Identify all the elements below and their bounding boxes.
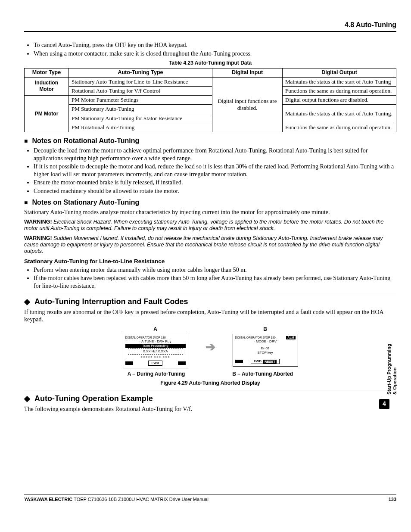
reset-badge: RESET — [263, 360, 277, 364]
cell-motor-type: PM Motor — [25, 96, 69, 132]
side-chapter-number: 4 — [379, 399, 389, 409]
panel-b-top-left: DIGITAL OPERATOR JVOP-180 — [235, 336, 276, 340]
warning-lead: WARNING! — [24, 235, 52, 241]
stationary-sub-bullets: Perform when entering motor data manuall… — [24, 266, 396, 290]
panel-a-top-left: DIGITAL OPERATOR JVOP-180 — [125, 336, 166, 340]
cell-digital-input: Digital input functions are disabled. — [212, 77, 283, 132]
arrow-icon: ➔ — [206, 339, 215, 355]
autotuning-table: Motor Type Auto-Tuning Type Digital Inpu… — [24, 68, 396, 132]
cell-tuning: PM Stationary Auto-Tuning for Stator Res… — [69, 114, 212, 123]
cell-tuning: Rotational Auto-Tuning for V/f Control — [69, 86, 212, 95]
cell-output: Maintains the status at the start of Aut… — [283, 77, 396, 86]
warning-body: Sudden Movement Hazard. If installed, do… — [24, 235, 383, 254]
alm-badge: ALM — [286, 336, 295, 340]
cell-tuning: Stationary Auto-Tuning for Line-to-Line … — [69, 77, 212, 86]
cell-tuning: PM Stationary Auto-Tuning — [69, 105, 212, 114]
warning-block: WARNING! Sudden Movement Hazard. If inst… — [24, 235, 396, 255]
display-panel-a: DIGITAL OPERATOR JVOP-180 ALM - A.TUNE -… — [123, 334, 188, 369]
cell-output: Functions the same as during normal oper… — [283, 123, 396, 132]
warning-body: Electrical Shock Hazard. When executing … — [24, 219, 383, 231]
caption-a: A – During Auto-Tuning — [128, 371, 185, 377]
panel-b-line1: - MODE - DRV — [235, 339, 296, 344]
page-footer: YASKAWA ELECTRIC TOEP C710636 10B Z1000U… — [24, 495, 396, 503]
bullet: Perform when entering motor data manuall… — [34, 266, 396, 274]
rotational-bullets: Decouple the load from the motor to achi… — [24, 147, 396, 195]
page-header: 4.8 Auto-Tuning — [24, 21, 396, 32]
bullet: If it is not possible to decouple the mo… — [34, 163, 396, 178]
th-tuning-type: Auto-Tuning Type — [69, 68, 212, 78]
th-digital-input: Digital Input — [212, 68, 283, 78]
example-intro: The following example demonstrates Rotat… — [24, 405, 396, 413]
footer-page: 133 — [389, 497, 396, 503]
warning-lead: WARNING! — [24, 219, 52, 225]
panel-a-line2: X.XX Hz/ X.XXA — [125, 349, 186, 354]
cell-motor-type: Induction Motor — [25, 77, 69, 96]
figure-caption: Figure 4.29 Auto-Tuning Aborted Display — [24, 380, 396, 386]
cell-tuning: PM Rotational Auto-Tuning — [69, 123, 212, 132]
right-indicator — [178, 361, 186, 365]
bullet: To cancel Auto-Tuning, press the OFF key… — [34, 41, 396, 49]
th-motor-type: Motor Type — [25, 68, 69, 78]
display-panel-b: DIGITAL OPERATOR JVOP-180 ALM - MODE - D… — [233, 334, 298, 367]
fwd-box: FWD — [148, 361, 162, 366]
panel-b-line3: STOP key — [235, 351, 296, 355]
fwd-box: FWD RESET — [251, 359, 280, 364]
panel-label-a: A — [153, 326, 157, 333]
interrupt-intro: If tuning results are abnormal or the OF… — [24, 308, 396, 324]
panel-a-line1: - A.TUNE - DRV Rdy — [125, 339, 186, 344]
bullet: Ensure the motor-mounted brake is fully … — [34, 179, 396, 187]
heading-example: Auto-Tuning Operation Example — [24, 391, 396, 404]
left-indicator — [235, 360, 243, 363]
bullet: Connected machinery should be allowed to… — [34, 187, 396, 195]
panel-label-b: B — [263, 326, 267, 333]
panel-a-sym: <<<<< >>> >>> — [125, 355, 186, 359]
heading-rotational: Notes on Rotational Auto-Tuning — [24, 137, 396, 145]
caption-b: B – Auto-Tuning Aborted — [232, 371, 293, 377]
figure-sub-captions: A – During Auto-Tuning B – Auto-Tuning A… — [24, 371, 396, 377]
bullet: Decouple the load from the motor to achi… — [34, 147, 396, 162]
table-row: PM Rotational Auto-Tuning Functions the … — [25, 123, 396, 132]
stationary-intro: Stationary Auto-Tuning modes analyze mot… — [24, 208, 396, 216]
table-caption: Table 4.23 Auto-Tuning Input Data — [24, 60, 396, 66]
left-indicator — [125, 361, 133, 365]
heading-stationary: Notes on Stationary Auto-Tuning — [24, 198, 396, 207]
table-row: PM Motor PM Motor Parameter Settings Dig… — [25, 96, 396, 105]
bullet: If the motor cables have been replaced w… — [34, 274, 396, 289]
cell-output: Functions the same as during normal oper… — [283, 86, 396, 95]
warning-block: WARNING! Electrical Shock Hazard. When e… — [24, 219, 396, 232]
heading-interrupt: Auto-Tuning Interruption and Fault Codes — [24, 294, 396, 307]
footer-brand: YASKAWA ELECTRIC — [24, 497, 72, 502]
subheading-stationary-line: Stationary Auto-Tuning for Line-to-Line … — [24, 258, 396, 265]
side-tab: Start-Up Programming & Operation — [386, 344, 397, 395]
table-row: Induction Motor Stationary Auto-Tuning f… — [25, 77, 396, 86]
figure-panels: A DIGITAL OPERATOR JVOP-180 ALM - A.TUNE… — [24, 326, 396, 369]
th-digital-output: Digital Output — [283, 68, 396, 78]
intro-bullets: To cancel Auto-Tuning, press the OFF key… — [24, 41, 396, 57]
cell-output: Maintains the status at the start of Aut… — [283, 105, 396, 123]
panel-a-inv: Tune Proceeding — [125, 344, 186, 348]
cell-output: Digital output functions are disabled. — [283, 96, 396, 105]
table-row: PM Stationary Auto-Tuning Maintains the … — [25, 105, 396, 114]
cell-tuning: PM Motor Parameter Settings — [69, 96, 212, 105]
table-row: Rotational Auto-Tuning for V/f Control F… — [25, 86, 396, 95]
panel-b-line2: Er-03 — [235, 346, 296, 351]
footer-doc: TOEP C710636 10B Z1000U HVAC MATRIX Driv… — [72, 497, 209, 502]
bullet: When using a motor contactor, make sure … — [34, 50, 396, 58]
